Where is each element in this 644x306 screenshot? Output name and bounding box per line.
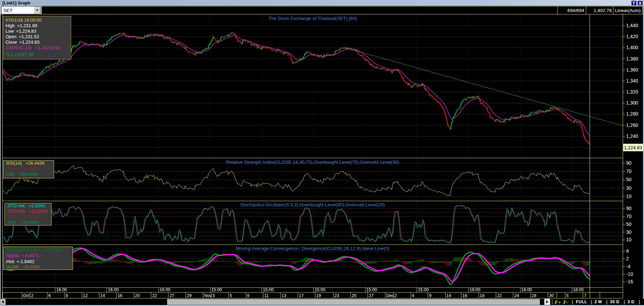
svg-text:Oct: Oct <box>23 293 30 298</box>
svg-text:|: | <box>624 299 625 304</box>
svg-text:4: 4 <box>412 293 414 298</box>
svg-text:15:00: 15:00 <box>211 287 222 292</box>
svg-text:30: 30 <box>626 185 632 191</box>
svg-text:30 D: 30 D <box>610 299 619 304</box>
svg-text:|: | <box>606 299 607 304</box>
svg-text:.VLINE =0.0000: .VLINE =0.0000 <box>5 264 39 270</box>
svg-text:1,400: 1,400 <box>626 45 638 50</box>
svg-text:12: 12 <box>83 293 88 298</box>
svg-text:1,260: 1,260 <box>626 122 638 128</box>
svg-text:T: T <box>633 1 635 6</box>
svg-text:15:00: 15:00 <box>315 287 325 292</box>
svg-text:9: 9 <box>247 293 249 298</box>
svg-text:Moving Average Convergence / D: Moving Average Convergence / Divergence(… <box>236 246 390 251</box>
svg-text:14: 14 <box>100 293 105 298</box>
svg-text:-4: -4 <box>626 264 631 269</box>
svg-text:90: 90 <box>626 206 632 211</box>
svg-text:Low =1,224.83: Low =1,224.83 <box>6 29 36 34</box>
svg-text:16:00: 16:00 <box>521 287 532 292</box>
svg-text:1,402.78: 1,402.78 <box>593 8 612 13</box>
svg-text:8: 8 <box>626 248 629 254</box>
svg-text:694/694: 694/694 <box>567 8 584 13</box>
svg-text:Nov: Nov <box>204 293 212 298</box>
svg-text:16:00: 16:00 <box>160 287 170 292</box>
svg-text:13: 13 <box>282 293 286 298</box>
svg-text:.MACD(26,12,9) =-10.7053: .MACD(26,12,9) =-10.7053 <box>5 247 62 252</box>
svg-text:.EMAV(C,14) =1,242.8216: .EMAV(C,14) =1,242.8216 <box>6 45 60 50</box>
svg-text:.STO.%D =12.5551: .STO.%D =12.5551 <box>7 209 48 214</box>
svg-text:Dec: Dec <box>386 293 394 298</box>
svg-text:X: X <box>638 1 641 6</box>
svg-text:15:00: 15:00 <box>366 287 377 292</box>
svg-text:9: 9 <box>429 293 432 298</box>
svg-text:29: 29 <box>187 293 192 298</box>
svg-text:10: 10 <box>626 237 632 242</box>
svg-text:SET: SET <box>3 8 12 13</box>
svg-text:70: 70 <box>626 214 632 219</box>
svg-text:F-: F- <box>563 299 568 305</box>
svg-text:1,420: 1,420 <box>626 34 638 39</box>
svg-text:27: 27 <box>369 293 373 298</box>
svg-text:11: 11 <box>264 293 269 298</box>
svg-text:|: | <box>639 299 640 304</box>
svg-text:30: 30 <box>549 293 554 298</box>
svg-text:F+: F+ <box>554 299 561 305</box>
svg-text:16:00: 16:00 <box>56 287 67 292</box>
svg-text:15:00: 15:00 <box>263 287 274 292</box>
svg-text:The Stock Exchange of Thailand: The Stock Exchange of Thailand(SET) [60] <box>269 16 357 21</box>
svg-text:1,340: 1,340 <box>626 78 638 84</box>
svg-text:High =1,231.89: High =1,231.89 <box>6 23 37 28</box>
svg-text:2: 2 <box>394 293 397 298</box>
svg-text:14: 14 <box>446 293 451 298</box>
svg-text:Relative Strength Index(CLOSE,: Relative Strength Index(CLOSE,14,30,70),… <box>226 160 399 165</box>
svg-text:1,240: 1,240 <box>626 133 638 139</box>
svg-text:5: 5 <box>230 293 232 298</box>
svg-text:25: 25 <box>352 293 357 298</box>
svg-text:[Link1] Graph: [Link1] Graph <box>2 1 30 6</box>
svg-text:1,360: 1,360 <box>626 67 638 73</box>
svg-text:1,380: 1,380 <box>626 56 638 62</box>
svg-text:2: 2 <box>31 293 33 298</box>
svg-text:70: 70 <box>626 168 632 174</box>
svg-text:-16: -16 <box>626 279 633 284</box>
svg-text:.OSL =20.0000: .OSL =20.0000 <box>7 220 39 225</box>
svg-text:50: 50 <box>626 177 632 182</box>
svg-text:2 M: 2 M <box>594 299 602 304</box>
svg-text:Stochastics Oscillator(9,3,3),: Stochastics Oscillator(9,3,3),Overbought… <box>240 202 385 207</box>
svg-text:16:00: 16:00 <box>108 287 119 292</box>
svg-text:TL1 =1277.10: TL1 =1277.10 <box>6 52 33 57</box>
svg-text:.RSI(14) =26.4439: .RSI(14) =26.4439 <box>5 161 44 166</box>
svg-text:.STO.%K =2.5000: .STO.%K =2.5000 <box>7 203 45 208</box>
svg-text:|: | <box>572 299 573 304</box>
svg-text:5: 5 <box>566 293 569 298</box>
svg-text:23: 23 <box>334 293 339 298</box>
svg-text:1,440: 1,440 <box>626 23 638 28</box>
svg-text:-10: -10 <box>626 271 633 277</box>
svg-text:FULL: FULL <box>576 299 587 304</box>
svg-text:50: 50 <box>626 221 632 227</box>
svg-text:Linear(Auto): Linear(Auto) <box>615 8 641 13</box>
svg-text:1,280: 1,280 <box>626 111 638 117</box>
svg-text:Close =1,224.83: Close =1,224.83 <box>6 40 40 45</box>
svg-text:07/01/16 16:00:00: 07/01/16 16:00:00 <box>6 18 42 23</box>
svg-text:20: 20 <box>135 293 140 298</box>
svg-text:16:00: 16:00 <box>573 287 583 292</box>
svg-text:.OBL =80.0000: .OBL =80.0000 <box>7 214 39 219</box>
svg-text:15:00: 15:00 <box>418 287 428 292</box>
svg-text:16:00: 16:00 <box>470 287 480 292</box>
svg-text:17: 17 <box>299 293 304 298</box>
svg-text:.Signal =-8.8571: .Signal =-8.8571 <box>5 253 39 258</box>
svg-text:3: 3 <box>212 293 215 298</box>
svg-text:19: 19 <box>316 293 321 298</box>
svg-text:1,320: 1,320 <box>626 89 638 95</box>
svg-text:18: 18 <box>480 293 484 298</box>
svg-text:24: 24 <box>514 293 519 298</box>
svg-text:8: 8 <box>66 293 68 298</box>
svg-text:Open =1,231.53: Open =1,231.53 <box>6 34 39 39</box>
svg-text:|: | <box>591 299 592 304</box>
svg-text:90: 90 <box>626 160 632 166</box>
svg-text:.OBL =70.0000: .OBL =70.0000 <box>5 166 38 171</box>
svg-text:6: 6 <box>48 293 51 298</box>
svg-text:22: 22 <box>497 293 502 298</box>
svg-text:.OSL =30.0000: .OSL =30.0000 <box>5 172 38 177</box>
